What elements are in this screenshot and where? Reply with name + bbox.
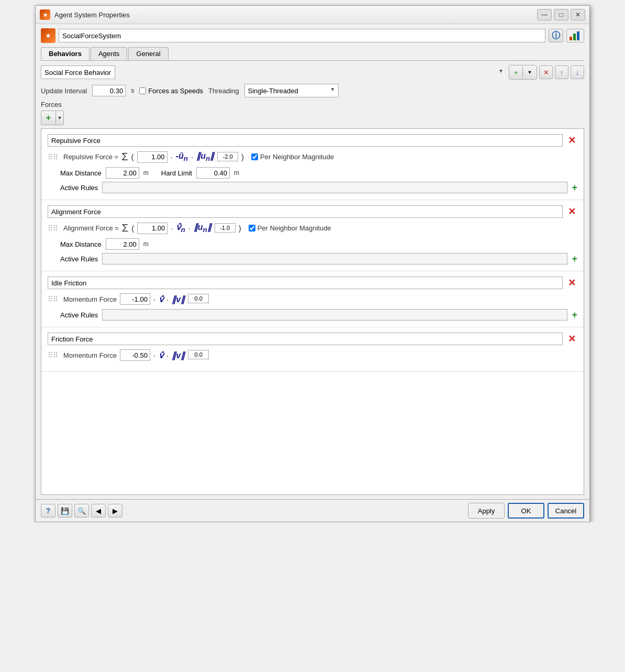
behavior-select-wrapper: Social Force Behavior <box>41 65 507 79</box>
idle-friction-coeff-input[interactable] <box>120 293 150 305</box>
prev-button[interactable]: ◀ <box>91 504 106 517</box>
repulsive-active-rules-input[interactable] <box>102 182 567 193</box>
system-name-input[interactable] <box>59 29 545 42</box>
idle-friction-vhat: v̂ <box>159 294 163 304</box>
titlebar-left: ★ Agent System Properties <box>40 9 130 20</box>
remove-alignment-button[interactable]: ✕ <box>566 206 577 217</box>
alignment-per-neighbor-checkbox[interactable] <box>249 225 255 232</box>
threading-select[interactable]: Single-Threaded <box>244 84 339 97</box>
close-button[interactable]: ✕ <box>571 9 585 20</box>
minimize-button[interactable]: — <box>537 9 552 20</box>
alignment-add-rule-button[interactable]: + <box>572 254 577 263</box>
alignment-max-dist-input[interactable] <box>106 238 139 250</box>
repulsive-formula-label: Repulsive Force = <box>63 153 118 161</box>
repulsive-max-dist-label: Max Distance <box>60 169 102 177</box>
alignment-exponent-input[interactable] <box>215 223 236 233</box>
bottom-toolbar: ? 💾 🔍 ◀ ▶ Apply OK Cancel <box>36 499 589 522</box>
titlebar-controls: — □ ✕ <box>537 9 585 20</box>
dot-8: · <box>166 351 169 360</box>
chart-button[interactable] <box>566 29 584 42</box>
add-force-group: + ▼ <box>41 111 584 125</box>
friction-force-name-input[interactable] <box>48 333 563 345</box>
alignment-active-rules-input[interactable] <box>102 253 567 265</box>
info-button[interactable]: ⓘ <box>549 29 563 42</box>
repulsive-active-rules-row: Active Rules + <box>60 182 577 193</box>
maximize-button[interactable]: □ <box>554 9 568 20</box>
ok-button[interactable]: OK <box>508 503 544 519</box>
open-paren-1: ( <box>131 152 134 161</box>
alignment-dist-row: Max Distance m <box>60 238 577 250</box>
repulsive-exponent-input[interactable] <box>217 152 238 161</box>
friction-force-formula-row: ⠿⠿ Momentum Force · v̂ · ‖v‖ <box>48 349 577 361</box>
friction-force-exponent-input[interactable] <box>188 350 209 359</box>
remove-idle-friction-button[interactable]: ✕ <box>566 277 577 289</box>
dot-4: · <box>188 224 191 233</box>
tab-agents[interactable]: Agents <box>91 47 127 60</box>
add-behavior-group: + ▼ <box>509 65 537 80</box>
help-button[interactable]: ? <box>41 504 55 517</box>
alignment-drag-handle[interactable]: ⠿⠿ <box>48 224 58 233</box>
remove-friction-force-icon: ✕ <box>568 333 576 345</box>
repulsive-max-dist-input[interactable] <box>106 167 139 179</box>
main-window: ★ Agent System Properties — □ ✕ ★ ⓘ <box>35 5 590 522</box>
idle-friction-exponent-input[interactable] <box>188 294 209 303</box>
add-force-dropdown[interactable]: ▼ <box>55 111 64 125</box>
alignment-active-rules-label: Active Rules <box>60 255 98 263</box>
alignment-max-dist-label: Max Distance <box>60 240 102 248</box>
repulsive-force-name-input[interactable] <box>48 134 563 147</box>
tab-general[interactable]: General <box>128 47 168 60</box>
add-force-button[interactable]: + <box>41 111 55 125</box>
save-button[interactable]: 💾 <box>58 504 72 517</box>
repulsive-add-rule-button[interactable]: + <box>572 183 577 192</box>
forces-as-speeds-checkbox[interactable] <box>139 87 146 94</box>
idle-friction-header: ✕ <box>48 277 577 289</box>
svg-rect-2 <box>577 31 579 40</box>
idle-friction-drag-handle[interactable]: ⠿⠿ <box>48 295 58 303</box>
move-down-behavior-button[interactable]: ↓ <box>571 65 584 79</box>
idle-friction-formula-label: Momentum Force <box>63 295 117 303</box>
repulsive-per-neighbor-label[interactable]: Per Neighbor Magnitude <box>251 153 334 161</box>
idle-friction-add-rule-button[interactable]: + <box>572 310 577 320</box>
dot-3: · <box>171 224 173 233</box>
repulsive-coeff-input[interactable] <box>137 151 168 163</box>
repulsive-per-neighbor-checkbox[interactable] <box>251 153 258 160</box>
dot-5: · <box>153 295 155 304</box>
tab-behaviors[interactable]: Behaviors <box>41 47 90 60</box>
alignment-force-name-input[interactable] <box>48 205 563 218</box>
tabs-bar: Behaviors Agents General <box>41 47 584 61</box>
alignment-per-neighbor-label[interactable]: Per Neighbor Magnitude <box>249 224 331 232</box>
remove-friction-force-button[interactable]: ✕ <box>566 333 577 345</box>
friction-force-drag-handle[interactable]: ⠿⠿ <box>48 351 58 359</box>
apply-button[interactable]: Apply <box>468 503 505 519</box>
next-button[interactable]: ▶ <box>108 504 122 517</box>
search-button[interactable]: 🔍 <box>74 504 89 517</box>
forces-as-speeds-label[interactable]: Forces as Speeds <box>139 87 203 95</box>
idle-friction-norm-v: ‖v‖ <box>172 294 185 304</box>
repulsive-max-dist-unit: m <box>143 169 149 177</box>
friction-force-norm-v: ‖v‖ <box>172 350 185 360</box>
idle-friction-active-rules-input[interactable] <box>102 309 567 321</box>
idle-friction-name-input[interactable] <box>48 277 563 289</box>
remove-behavior-button[interactable]: ✕ <box>539 65 553 79</box>
friction-force-coeff-input[interactable] <box>120 349 150 361</box>
svg-rect-0 <box>570 37 572 40</box>
idle-friction-section: ✕ ⠿⠿ Momentum Force · v̂ · ‖v‖ Active Ru… <box>41 271 584 327</box>
alignment-active-rules-row: Active Rules + <box>60 253 577 265</box>
repulsive-active-rules-label: Active Rules <box>60 184 98 192</box>
repulsive-drag-handle[interactable]: ⠿⠿ <box>48 153 58 161</box>
open-paren-2: ( <box>131 224 134 233</box>
alignment-coeff-input[interactable] <box>137 223 168 234</box>
cancel-button[interactable]: Cancel <box>548 503 584 519</box>
alignment-formula-label: Alignment Force = <box>63 224 119 232</box>
add-behavior-button[interactable]: + <box>509 65 523 79</box>
repulsive-hard-limit-input[interactable] <box>196 167 230 179</box>
threading-select-wrapper: Single-Threaded <box>244 84 339 97</box>
move-up-behavior-button[interactable]: ↑ <box>555 65 568 79</box>
behavior-select[interactable]: Social Force Behavior <box>41 65 115 79</box>
repulsive-hard-limit-label: Hard Limit <box>161 169 192 177</box>
remove-repulsive-button[interactable]: ✕ <box>566 135 577 146</box>
add-behavior-dropdown[interactable]: ▼ <box>523 65 537 79</box>
forces-scroll-panel[interactable]: ✕ ⠿⠿ Repulsive Force = Σ ( · -ûn · ‖un‖ … <box>41 128 584 495</box>
update-interval-input[interactable] <box>92 85 126 96</box>
idle-friction-formula-row: ⠿⠿ Momentum Force · v̂ · ‖v‖ <box>48 293 577 305</box>
